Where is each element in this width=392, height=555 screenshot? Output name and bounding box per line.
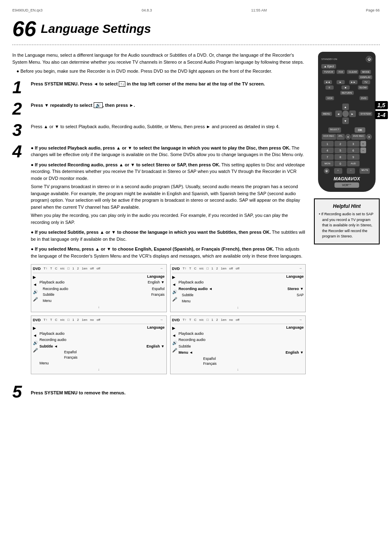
menu-items-br: Language Playback audio Recording audio … [179,325,304,366]
helpful-hint: Helpful Hint • If Recording audio is set… [314,198,380,244]
menu-icons-tl: ▶ ◄ 🔊 🎤 [33,274,38,304]
pause-row: II ■ SLOW [321,85,372,90]
standby-button[interactable]: ⏻ [366,56,372,62]
return-row: RETURN [321,91,372,95]
page-number: 66 [12,16,36,41]
num-9-button[interactable]: 9 [347,154,360,160]
menu-screenshots: DVD T↑ T C n/c □ 1 2 1en off off [31,264,306,374]
num-4-button[interactable]: 4 [321,147,334,153]
select-button[interactable]: SELECT [328,127,341,133]
step-5-number: 5 [12,383,31,401]
list-item: Menu [39,360,165,367]
num-2-button[interactable]: 2 [334,141,347,147]
display-button[interactable]: DISPLAY [359,75,372,79]
step-2-content: Press ▼ repeatedly to select 🔊, then pre… [31,100,306,109]
play-button[interactable]: ► [337,80,345,84]
atl-button[interactable]: ATL [337,134,345,140]
tv-button[interactable]: TV [362,80,370,84]
list-item: Menu ◄ English ▼ [179,350,304,356]
return-button[interactable]: RETURN [340,91,354,95]
step-5-text: Press SYSTEM MENU to remove the menus. [31,390,125,395]
num-6-button[interactable]: 6 [347,147,360,153]
system-button[interactable]: SYSTEM [359,112,372,116]
ff-button[interactable]: ►► [349,80,357,84]
menu-items-tl: Language Playback audio English ▼ Record… [39,274,165,304]
step-3-number: 3 [12,122,31,139]
step-3: 3 Press ▲ or ▼ to select Playback audio,… [12,122,306,139]
step-4-recording-extra2: When you play the recording, you can pla… [31,212,306,226]
select-ok-row: SELECT OK [321,127,372,133]
dvd-rec-button[interactable]: DVD REC [351,134,366,140]
menu-box-topleft-header: DVD T↑ T C n/c □ 1 2 1en off off [33,266,165,273]
nav-right-button[interactable]: ► [349,111,356,117]
step-5: 5 Press SYSTEM MENU to remove the menus. [12,383,306,401]
mode-button[interactable]: MODE [360,70,371,74]
ok-button[interactable]: OK [355,127,366,133]
num-0-button[interactable]: 0 [334,161,347,166]
step-4-recording: ● If you selected Recording audio, press… [31,161,306,226]
num-7-button[interactable]: 7 [321,154,334,160]
vol-down-button[interactable]: − [347,168,355,174]
stop-button[interactable]: ■ [341,85,350,90]
menu-icons-bl: ▶ ◄ 🔊 🎤 [33,325,38,366]
dvd-label: DVD [172,266,180,272]
meta-line: E9490UD_EN.qx3 04.8.3 11:55 AM Page 66 [12,8,380,12]
step-2: 2 Press ▼ repeatedly to select 🔊, then p… [12,100,306,117]
menu-box-topright: DVD T↑ T C n/c □ 1 2 1en off off [170,264,306,312]
channel-down-button[interactable]: − [360,147,366,153]
list-item: Subtitle ◄ English ▼ [39,343,165,350]
step-badge-15: 1,5 [375,101,388,109]
page-title: Language Settings [41,22,151,35]
num-1-button[interactable]: 1 [321,141,334,147]
channel-up-button[interactable]: + [360,141,366,147]
vcr-rec-button[interactable]: VCR REC [322,134,336,140]
list-item: Recording audio [179,337,304,343]
remote-area: STANDBY·ON ⏻ ▲ Eject TV/VCR F15 CLEAR MO… [314,52,380,401]
rec-dot-button[interactable]: ● [345,134,351,140]
vcr-button[interactable]: VCR [325,96,334,100]
dvd-button[interactable]: DVD [360,96,368,100]
menu-items-bl: Language Playback audio Recording audio … [39,325,165,366]
step-4-number: 4 [12,143,31,160]
list-item: Menu [182,298,304,304]
meta-page: Page 66 [366,8,380,12]
num-8-button[interactable]: 8 [334,154,347,160]
standby-vol-row: ⏻ + − MUTE [321,168,372,174]
eject-area: ▲ Eject [321,64,372,69]
list-item: Recording audio ◄ Stereo ▼ [179,286,304,292]
pause-button[interactable]: II [325,85,334,90]
nav-up-button[interactable]: ▲ [342,104,349,110]
list-item: Français [64,355,165,360]
list-item: Playback audio [179,331,304,337]
page-container: E9490UD_EN.qx3 04.8.3 11:55 AM Page 66 6… [0,0,392,555]
f15-button[interactable]: F15 [337,70,345,74]
step-4-playback-text: If you selected Playback audio, press ▲ … [31,145,304,157]
rec-dot2-button[interactable]: ● [366,134,372,140]
vcr-badge-text: VCR [342,184,348,187]
intro-bullet: ● Before you begin, make sure the Record… [16,68,306,75]
nav-center-button[interactable] [342,111,349,117]
audio-button[interactable]: AUD [347,161,360,166]
list-item: Subtitle SAP [182,292,304,298]
clear-button[interactable]: CLEAR [347,70,358,74]
rew-button[interactable]: ◄◄ [324,80,332,84]
tv-vcr-button[interactable]: TV/VCR [322,70,334,74]
nav-down-button[interactable]: ▼ [342,117,349,124]
nav-left-button[interactable]: ◄ [335,111,342,117]
num-3-button[interactable]: 3 [347,141,360,147]
dvd-label: DVD [33,318,41,323]
step-4-subtitle: ● If you selected Subtitle, press ▲ or ▼… [31,229,306,242]
intro-paragraph: In the Language menu, select a different… [12,52,306,65]
menu-button[interactable]: MENU [321,112,332,116]
step-badge-group: 1,5 1-4 [375,101,388,119]
mute-button[interactable]: MUTE [360,168,370,174]
slow-button[interactable]: SLOW [358,85,369,90]
vol-up-button[interactable]: + [334,168,342,174]
eject-button[interactable]: ▲ Eject [321,64,336,69]
meta-file: E9490UD_EN.qx3 [12,8,43,12]
monitor-button[interactable]: MON [321,161,334,166]
standby-bottom-button[interactable]: ⏻ [324,168,330,174]
list-item: Subtitle [179,343,304,350]
num-5-button[interactable]: 5 [334,147,347,153]
dvd-label: DVD [33,266,41,272]
